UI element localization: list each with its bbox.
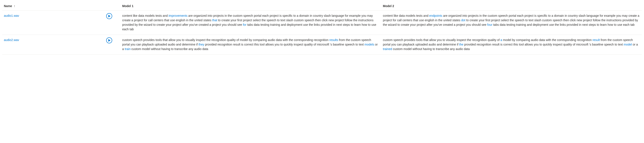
transcript-text: tabs data testing training and deploymen…	[492, 23, 635, 26]
transcript-text: custom speech provides tools that allow …	[122, 38, 329, 42]
column-header-model2[interactable]: Model 2	[381, 2, 642, 10]
table-row: audio2.wavcustom speech provides tools t…	[2, 35, 642, 55]
file-name-cell: audio1.wav	[2, 10, 104, 35]
transcript-text: provided recognition result is correct t…	[204, 43, 364, 46]
model2-transcript: custom speech provides tools that allow …	[383, 38, 640, 51]
diff-highlight: trained	[383, 47, 392, 51]
model1-transcript: content like data models tests and impro…	[122, 13, 380, 31]
diff-highlight: improvements	[168, 14, 188, 17]
play-cell	[104, 35, 120, 55]
play-icon	[108, 39, 110, 42]
diff-highlight: for	[243, 23, 246, 26]
file-link[interactable]: audio1.wav	[4, 14, 19, 17]
transcript-text: content like data models tests and	[383, 14, 429, 17]
transcript-text: custom speech provides tools that allow …	[383, 38, 500, 42]
model2-transcript: content like data models tests and endpo…	[383, 13, 640, 27]
transcript-text: model by comparing audio data with the c…	[502, 38, 592, 42]
model1-transcript-cell: content like data models tests and impro…	[120, 10, 381, 35]
sort-ascending-icon: ↑	[14, 4, 15, 8]
play-cell	[104, 10, 120, 35]
diff-highlight: models	[364, 43, 374, 46]
diff-highlight: result	[592, 38, 600, 42]
model1-transcript: custom speech provides tools that allow …	[122, 38, 380, 51]
diff-highlight: a	[500, 38, 502, 42]
diff-highlight: that	[212, 18, 217, 22]
transcript-text: custom model without having to transcrib…	[130, 47, 208, 51]
model1-transcript-cell: custom speech provides tools that allow …	[120, 35, 381, 55]
diff-highlight: results	[329, 38, 338, 42]
diff-highlight: dot	[461, 18, 465, 22]
diff-highlight: they	[198, 43, 204, 46]
diff-highlight: train	[125, 47, 130, 51]
comparison-table: Name ↑ Model 1 Model 2 audio1.wavcontent…	[2, 2, 642, 55]
file-link[interactable]: audio2.wav	[4, 38, 19, 42]
transcript-text: custom model without having to transcrib…	[392, 47, 470, 51]
play-button[interactable]	[106, 37, 112, 43]
diff-highlight: endpoints	[429, 14, 442, 17]
transcript-text: content like data models tests and	[122, 14, 169, 17]
column-header-play	[104, 2, 120, 10]
model2-transcript-cell: custom speech provides tools that allow …	[381, 35, 642, 55]
column-header-name[interactable]: Name ↑	[2, 2, 104, 10]
file-name-cell: audio2.wav	[2, 35, 104, 55]
diff-highlight: four	[487, 23, 492, 26]
transcript-text: or a	[632, 43, 638, 46]
transcript-text: provided recognition result is correct t…	[464, 43, 624, 46]
play-icon	[108, 15, 110, 17]
diff-highlight: model	[624, 43, 632, 46]
play-button[interactable]	[106, 13, 112, 19]
table-row: audio1.wavcontent like data models tests…	[2, 10, 642, 35]
column-header-model1[interactable]: Model 1	[120, 2, 381, 10]
column-header-model2-label: Model 2	[383, 4, 394, 8]
column-header-name-label: Name	[4, 4, 12, 8]
diff-highlight: the	[459, 43, 463, 46]
model2-transcript-cell: content like data models tests and endpo…	[381, 10, 642, 35]
column-header-model1-label: Model 1	[122, 4, 134, 8]
